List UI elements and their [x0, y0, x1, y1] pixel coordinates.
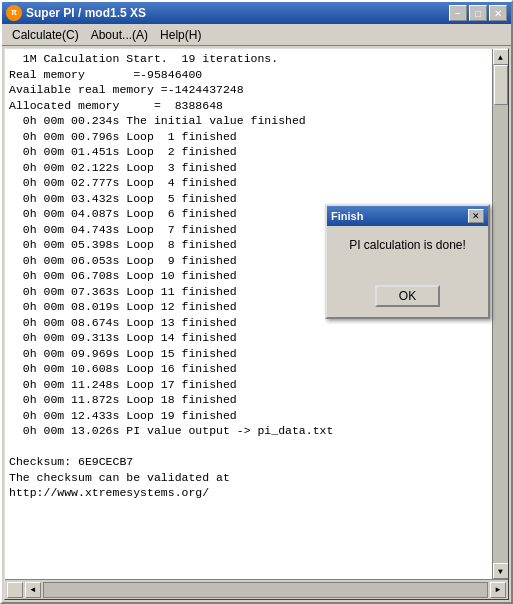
dialog-ok-button[interactable]: OK: [375, 285, 440, 307]
dialog-title: Finish: [331, 210, 363, 222]
finish-dialog: Finish ✕ PI calculation is done! OK: [325, 204, 490, 319]
title-buttons: − □ ✕: [449, 5, 507, 21]
vertical-scrollbar[interactable]: ▲ ▼: [492, 49, 508, 579]
menu-bar: Calculate(C) About...(A) Help(H): [2, 24, 511, 46]
window-inner: 1M Calculation Start. 19 iterations. Rea…: [4, 48, 509, 600]
output-container: 1M Calculation Start. 19 iterations. Rea…: [5, 49, 508, 579]
dialog-title-bar: Finish ✕: [327, 206, 488, 226]
title-bar-left: π Super PI / mod1.5 XS: [6, 5, 146, 21]
minimize-button[interactable]: −: [449, 5, 467, 21]
horizontal-scroll-track[interactable]: [43, 582, 488, 598]
main-window: π Super PI / mod1.5 XS − □ ✕ Calculate(C…: [0, 0, 513, 604]
window-title: Super PI / mod1.5 XS: [26, 6, 146, 20]
scroll-down-button[interactable]: ▼: [493, 563, 509, 579]
menu-help[interactable]: Help(H): [154, 26, 207, 44]
maximize-button[interactable]: □: [469, 5, 487, 21]
scroll-up-button[interactable]: ▲: [493, 49, 509, 65]
menu-about[interactable]: About...(A): [85, 26, 154, 44]
dialog-message: PI calculation is done!: [349, 238, 466, 252]
dialog-close-button[interactable]: ✕: [468, 209, 484, 223]
title-bar: π Super PI / mod1.5 XS − □ ✕: [2, 2, 511, 24]
scroll-corner: [7, 582, 23, 598]
scroll-thumb[interactable]: [494, 65, 508, 105]
app-icon: π: [6, 5, 22, 21]
scroll-right-button[interactable]: ►: [490, 582, 506, 598]
scroll-track[interactable]: [493, 65, 508, 563]
menu-calculate[interactable]: Calculate(C): [6, 26, 85, 44]
status-bar: ◄ ►: [5, 579, 508, 599]
dialog-body: PI calculation is done! OK: [327, 226, 488, 317]
scroll-left-button[interactable]: ◄: [25, 582, 41, 598]
close-button[interactable]: ✕: [489, 5, 507, 21]
